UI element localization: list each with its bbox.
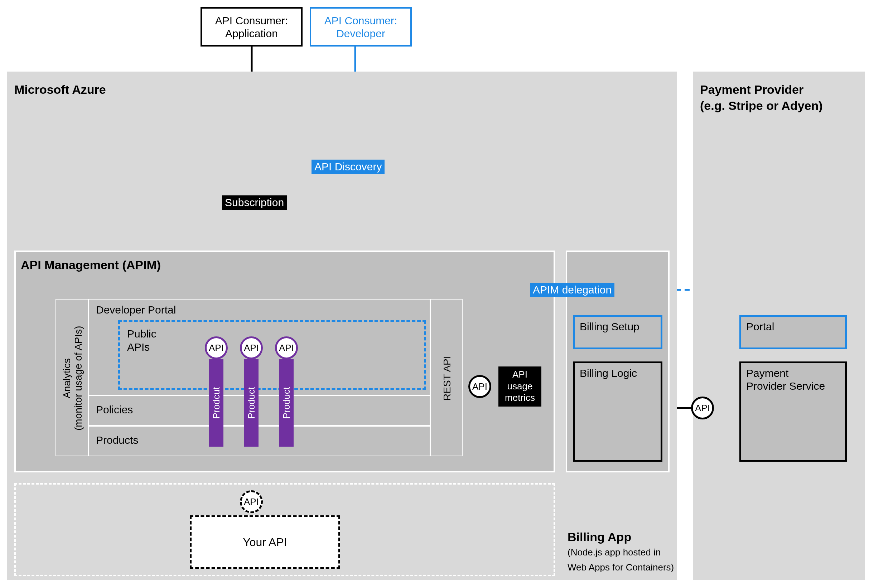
consumer-application-line1: API Consumer:	[202, 14, 301, 27]
consumer-developer-box: API Consumer: Developer	[310, 7, 412, 46]
billing-setup-label: Billing Setup	[580, 321, 639, 332]
public-apis-2: APIs	[127, 341, 150, 354]
public-apis-1: Public	[127, 327, 156, 340]
your-api-label: Your API	[243, 535, 287, 549]
rest-api-label: REST API	[439, 307, 455, 450]
consumer-developer-line1: API Consumer:	[311, 14, 410, 27]
payment-portal-label: Portal	[746, 321, 774, 332]
api-usage-metrics-tag: API usage metrics	[498, 366, 541, 407]
billing-logic-box: Billing Logic	[573, 361, 662, 462]
consumer-application-box: API Consumer: Application	[200, 7, 303, 46]
product-bar-2: Product	[244, 359, 258, 447]
products-label: Products	[96, 434, 138, 447]
your-api-circle: API	[240, 490, 263, 513]
your-api-box: Your API	[190, 515, 340, 569]
billing-setup-box: Billing Setup	[573, 315, 662, 349]
payment-service-box: Payment Provider Service	[739, 361, 847, 462]
api-circle-2: API	[240, 336, 263, 359]
rest-api-cell: REST API	[430, 299, 463, 456]
product-bar-1: Prodcut	[209, 359, 224, 447]
payment-service-2: Provider Service	[746, 380, 840, 392]
consumer-developer-line2: Developer	[311, 27, 410, 40]
rest-api-circle: API	[468, 375, 491, 398]
payment-provider-title2: (e.g. Stripe or Adyen)	[700, 98, 823, 113]
payment-portal-box: Portal	[739, 315, 847, 349]
billing-to-payment-api-circle: API	[691, 397, 714, 419]
apim-title: API Management (APIM)	[21, 258, 161, 273]
billing-app-sub2: Web Apps for Containers)	[568, 562, 674, 573]
billing-app-title: Billing App	[568, 530, 631, 544]
apim-delegation-tag: APIM delegation	[530, 283, 614, 297]
products-cell	[89, 426, 430, 456]
public-apis-box	[118, 320, 426, 390]
api-circle-1: API	[205, 336, 228, 359]
policies-label: Policies	[96, 403, 133, 416]
payment-provider-title1: Payment Provider	[700, 82, 804, 97]
diagram-canvas: API Consumer: Application API Consumer: …	[0, 0, 869, 588]
api-circle-3: API	[275, 336, 298, 359]
azure-title: Microsoft Azure	[14, 82, 106, 97]
billing-app-sub1: (Node.js app hosted in	[568, 547, 661, 558]
analytics-text: Analytics (monitor usage of APIs)	[59, 307, 86, 450]
billing-logic-label: Billing Logic	[580, 367, 637, 379]
subscription-tag: Subscription	[222, 196, 287, 210]
consumer-application-line2: Application	[202, 27, 301, 40]
analytics-cell: Analytics (monitor usage of APIs)	[55, 299, 89, 456]
product-bar-3: Product	[279, 359, 294, 447]
policies-cell	[89, 395, 430, 426]
api-discovery-tag: API Discovery	[311, 160, 384, 174]
payment-service-1: Payment	[746, 367, 840, 380]
dev-portal-label: Developer Portal	[96, 304, 176, 316]
